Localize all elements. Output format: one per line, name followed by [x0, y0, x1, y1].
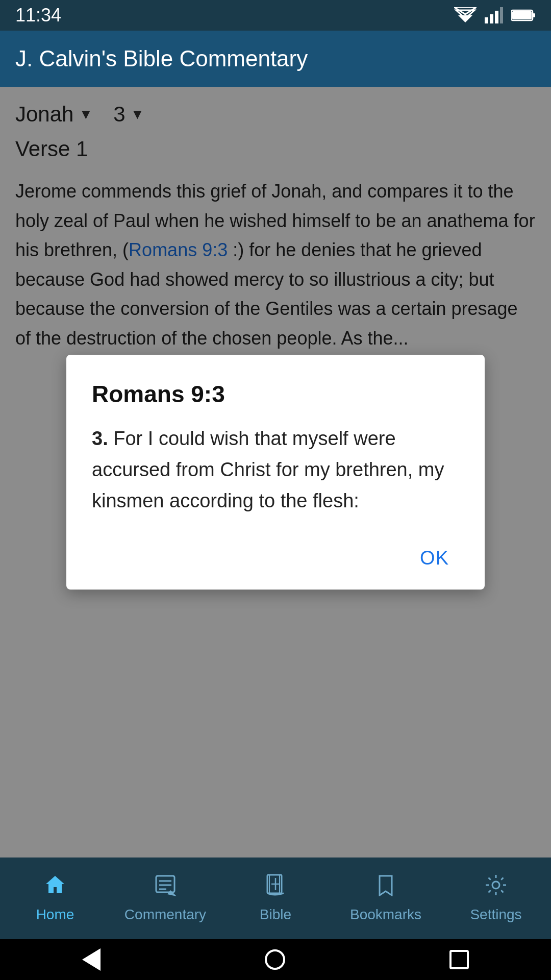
home-icon-android [265, 949, 285, 970]
battery-icon [511, 9, 536, 22]
status-time: 11:34 [15, 5, 61, 26]
dialog-title: Romans 9:3 [92, 380, 459, 408]
nav-item-commentary[interactable]: Commentary [110, 874, 220, 923]
status-icons [454, 7, 536, 23]
bookmarks-icon [374, 874, 397, 901]
back-button[interactable] [82, 948, 101, 971]
svg-point-19 [492, 881, 499, 889]
signal-icon [485, 7, 503, 23]
svg-rect-9 [512, 11, 532, 19]
svg-rect-8 [533, 13, 535, 17]
dialog-ok-button[interactable]: OK [410, 542, 459, 574]
nav-item-bible[interactable]: Bible [220, 874, 331, 923]
scripture-dialog: Romans 9:3 3. For I could wish that myse… [66, 355, 485, 589]
recents-button[interactable] [449, 950, 469, 969]
recents-icon [449, 950, 469, 969]
home-button[interactable] [265, 949, 285, 970]
svg-rect-6 [500, 7, 503, 23]
app-header: J. Calvin's Bible Commentary [0, 31, 551, 87]
nav-label-bookmarks: Bookmarks [350, 906, 421, 923]
back-icon [82, 948, 101, 971]
commentary-icon [154, 874, 177, 901]
dialog-body: 3. For I could wish that myself were acc… [92, 423, 459, 516]
dialog-verse-number: 3. [92, 428, 108, 449]
home-icon [44, 874, 66, 901]
nav-label-home: Home [36, 906, 74, 923]
dialog-actions: OK [92, 542, 459, 574]
nav-label-commentary: Commentary [124, 906, 206, 923]
dialog-verse-text: For I could wish that myself were accurs… [92, 428, 444, 511]
content-inner: Jonah ▼ 3 ▼ Verse 1 Jerome commends this… [15, 102, 536, 842]
svg-rect-3 [485, 17, 488, 23]
header-title: J. Calvin's Bible Commentary [15, 46, 308, 71]
nav-label-settings: Settings [470, 906, 521, 923]
nav-item-bookmarks[interactable]: Bookmarks [331, 874, 441, 923]
nav-item-settings[interactable]: Settings [441, 874, 551, 923]
svg-rect-4 [490, 14, 493, 23]
svg-rect-5 [495, 11, 498, 23]
nav-label-bible: Bible [260, 906, 291, 923]
dialog-overlay[interactable]: Romans 9:3 3. For I could wish that myse… [15, 102, 536, 842]
bible-icon [264, 874, 287, 901]
android-nav-bar [0, 939, 551, 980]
settings-icon [485, 874, 507, 901]
bottom-nav: Home Commentary Bible [0, 857, 551, 939]
status-bar: 11:34 [0, 0, 551, 31]
wifi-icon [454, 7, 477, 23]
nav-item-home[interactable]: Home [0, 874, 110, 923]
content-area: Jonah ▼ 3 ▼ Verse 1 Jerome commends this… [0, 87, 551, 857]
